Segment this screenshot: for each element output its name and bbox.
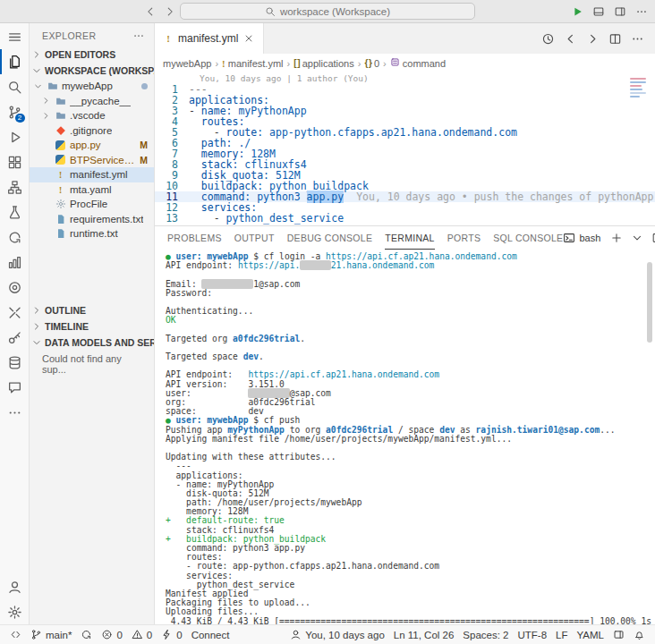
search-placeholder-text: workspace (Workspace): [280, 6, 390, 17]
gearfile-file-icon: [55, 199, 66, 209]
settings-gear-icon[interactable]: [0, 599, 30, 624]
layout-item[interactable]: [608, 625, 629, 644]
notifications-item[interactable]: [629, 625, 650, 644]
database-view-icon[interactable]: [0, 350, 30, 375]
toggle-panel-icon[interactable]: [592, 5, 605, 18]
explorer-icon[interactable]: [0, 49, 30, 74]
tree-item-requirements-txt[interactable]: requirements.txt: [30, 212, 154, 227]
errors-item[interactable]: 0: [97, 625, 126, 644]
tree-item-vscode[interactable]: .vscode: [30, 108, 154, 123]
panel-tab-debug-console[interactable]: DEBUG CONSOLE: [287, 226, 373, 250]
code-line-13[interactable]: 13 - python_dest_service: [155, 213, 655, 224]
doc-file-icon: [55, 228, 66, 239]
additional-views-icon[interactable]: [0, 400, 30, 425]
title-bar: workspace (Workspace): [0, 0, 655, 23]
feedback-icon[interactable]: [0, 375, 30, 400]
terminal-line: command: python3 app.py: [166, 544, 655, 553]
run-task-icon[interactable]: [571, 5, 583, 18]
metrics-view-icon[interactable]: [0, 250, 30, 275]
more-editor-actions-button[interactable]: [631, 32, 644, 46]
tab-manifest-yml[interactable]: ! manifest.yml: [155, 23, 264, 54]
tools-view-icon[interactable]: [0, 300, 30, 325]
layout-icon: [613, 629, 625, 640]
cursor-position-item[interactable]: Ln 11, Col 26: [389, 625, 459, 644]
eol-item[interactable]: LF: [551, 625, 572, 644]
split-editor-button[interactable]: [608, 32, 622, 46]
terminal-profiles-dropdown[interactable]: [631, 232, 643, 244]
breadcrumb-mywebapp[interactable]: mywebApp: [163, 58, 211, 69]
tree-item-mywebapp[interactable]: mywebApp: [30, 79, 154, 94]
minimap[interactable]: [630, 76, 646, 99]
breadcrumb-manifest-yml[interactable]: !manifest.yml: [222, 58, 283, 69]
command-center-search[interactable]: workspace (Workspace): [180, 3, 475, 20]
tree-item-mta-yaml[interactable]: !mta.yaml: [30, 182, 154, 198]
tree-item-runtime-txt[interactable]: runtime.txt: [30, 226, 154, 242]
terminal-instance-bash[interactable]: bash: [563, 232, 600, 244]
python-file-icon: [55, 155, 66, 165]
titlebar-more-icon[interactable]: [635, 5, 648, 18]
section-timeline[interactable]: TIMELINE: [30, 318, 154, 335]
bell-icon: [634, 629, 645, 640]
forward-button[interactable]: [586, 32, 600, 46]
chevron-right-icon: [40, 111, 51, 121]
tree-item-manifest-yml[interactable]: !manifest.yml: [30, 167, 154, 182]
zap-icon: [161, 629, 173, 640]
code-editor[interactable]: You, 10 days ago | 1 author (You) 1---2a…: [155, 72, 655, 225]
panel-tab-ports[interactable]: PORTS: [447, 226, 481, 250]
tab-close-icon[interactable]: [243, 33, 254, 44]
explorer-more-icon[interactable]: [132, 30, 145, 42]
tree-item-gitignore[interactable]: .gitignore: [30, 123, 154, 139]
branch-item[interactable]: main*: [26, 625, 76, 644]
indentation-item[interactable]: Spaces: 2: [458, 625, 513, 644]
section-data-models[interactable]: DATA MODELS AND SERVICES: [30, 335, 154, 351]
customize-layout-icon[interactable]: [614, 5, 626, 18]
search-view-icon[interactable]: [0, 74, 30, 99]
tree-item-pycache[interactable]: __pycache__: [30, 94, 154, 109]
workspace-label: WORKSPACE (WORKSPACE): [45, 65, 154, 76]
history-forward-icon[interactable]: [164, 5, 176, 18]
refresh-view-icon[interactable]: [0, 225, 30, 250]
new-terminal-button[interactable]: [610, 232, 623, 244]
test-explorer-icon[interactable]: [0, 199, 30, 225]
section-workspace[interactable]: WORKSPACE (WORKSPACE): [30, 63, 154, 79]
language-mode-item[interactable]: YAML: [573, 625, 608, 644]
branch-icon: [30, 629, 42, 640]
ports-item[interactable]: 0: [157, 625, 186, 644]
code-lines: 1---2applications:3- name: myPythonApp4 …: [155, 84, 655, 224]
timeline-button[interactable]: [541, 32, 555, 46]
panel-tab-sql-console[interactable]: SQL CONSOLE: [493, 226, 563, 250]
source-control-icon[interactable]: 2: [0, 99, 30, 124]
sync-item[interactable]: [76, 625, 97, 644]
terminal-scrollbar[interactable]: [647, 262, 652, 343]
menu-icon[interactable]: [0, 24, 30, 49]
warnings-item[interactable]: 0: [127, 625, 157, 644]
section-open-editors[interactable]: OPEN EDITORS: [30, 47, 154, 63]
python-file-icon: [55, 140, 66, 150]
section-outline[interactable]: OUTLINE: [30, 302, 154, 318]
split-terminal-button[interactable]: [651, 232, 655, 244]
back-button[interactable]: [564, 32, 577, 46]
panel-tab-terminal[interactable]: TERMINAL: [385, 226, 435, 250]
panel-tab-output[interactable]: OUTPUT: [234, 226, 275, 250]
cf-targets-icon[interactable]: [0, 174, 30, 199]
history-back-icon[interactable]: [144, 5, 157, 18]
key-vault-icon[interactable]: [0, 325, 30, 350]
accounts-icon[interactable]: [0, 574, 30, 599]
tree-item-btpservices-py[interactable]: BTPServices.pyM: [30, 153, 154, 168]
tree-item-procfile[interactable]: ProcFile: [30, 197, 154, 212]
remote-indicator[interactable]: [5, 625, 26, 644]
extensions-icon[interactable]: [0, 149, 30, 174]
terminal-output[interactable]: ● user: mywebApp $ cf login -a https://a…: [155, 250, 655, 624]
run-debug-icon[interactable]: [0, 124, 30, 149]
data-models-empty-text: Could not find any sup...: [30, 351, 154, 377]
connect-item[interactable]: Connect: [187, 625, 234, 644]
breadcrumb-command[interactable]: command: [390, 57, 446, 69]
tree-item-app-py[interactable]: app.pyM: [30, 138, 154, 153]
source-control-blame-item[interactable]: You, 10 days ago: [285, 625, 388, 644]
chevron-down-icon: [31, 65, 42, 76]
encoding-item[interactable]: UTF-8: [514, 625, 552, 644]
breadcrumb-applications[interactable]: [ ]applications: [293, 58, 354, 69]
panel-tab-problems[interactable]: PROBLEMS: [167, 226, 222, 250]
target-view-icon[interactable]: [0, 275, 30, 300]
breadcrumb-0[interactable]: { }0: [364, 58, 379, 69]
